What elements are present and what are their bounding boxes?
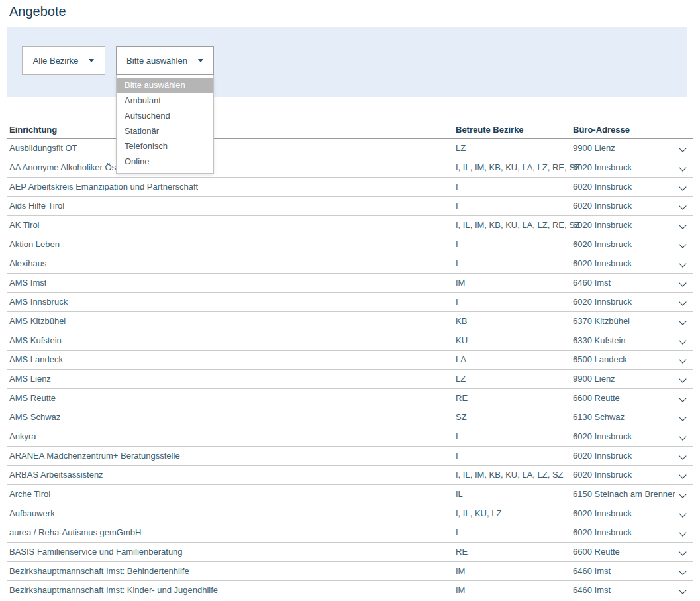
offer-type-select[interactable]: Bitte auswählen bbox=[116, 46, 214, 75]
table-row[interactable]: AMS Kufstein KU 6330 Kufstein bbox=[0, 331, 700, 351]
bezirke-cell: LA bbox=[456, 351, 466, 369]
dropdown-option[interactable]: Telefonisch bbox=[117, 138, 213, 154]
table-row[interactable]: Bezirkshauptmannschaft Imst: Behinderten… bbox=[0, 562, 700, 581]
chevron-down-icon[interactable] bbox=[679, 529, 686, 536]
adresse-cell: 6460 Imst bbox=[573, 562, 611, 580]
chevron-down-icon[interactable] bbox=[679, 298, 686, 305]
table-row[interactable]: AMS Innsbruck I 6020 Innsbruck bbox=[0, 293, 700, 312]
table-row[interactable]: Aids Hilfe Tirol I 6020 Innsbruck bbox=[0, 197, 700, 216]
table-row[interactable]: Bezirkshauptmannschaft Imst: Kinder- und… bbox=[0, 581, 700, 600]
table-row[interactable]: Ausbildungsfit OT LZ 9900 Lienz bbox=[0, 139, 700, 158]
chevron-down-icon[interactable] bbox=[679, 490, 686, 498]
table-row[interactable]: AMS Reutte RE 6600 Reutte bbox=[0, 389, 700, 408]
chevron-down-icon[interactable] bbox=[679, 413, 686, 421]
table-row[interactable]: Aufbauwerk I, IL, KU, LZ 6020 Innsbruck bbox=[0, 504, 700, 523]
adresse-cell: 6460 Imst bbox=[573, 274, 611, 292]
dropdown-option[interactable]: Ambulant bbox=[117, 93, 213, 108]
bezirke-cell: KU bbox=[456, 331, 468, 350]
chevron-down-icon[interactable] bbox=[679, 433, 686, 440]
table-row[interactable]: AMS Landeck LA 6500 Landeck bbox=[0, 351, 700, 370]
adresse-cell: 6130 Schwaz bbox=[573, 408, 625, 427]
table-row[interactable]: Aktion Leben I 6020 Innsbruck bbox=[0, 235, 700, 254]
adresse-cell: 9900 Lienz bbox=[573, 139, 615, 158]
einrichtung-cell: AMS Imst bbox=[9, 274, 46, 292]
chevron-down-icon[interactable] bbox=[679, 375, 686, 382]
table-row[interactable]: BASIS Familienservice und Familienberatu… bbox=[0, 543, 700, 562]
bezirke-cell: IM bbox=[456, 581, 465, 600]
table-row[interactable]: AMS Kitzbühel KB 6370 Kitzbühel bbox=[0, 312, 700, 331]
adresse-cell: 6500 Landeck bbox=[573, 351, 627, 369]
chevron-down-icon[interactable] bbox=[679, 356, 686, 363]
einrichtung-cell: Bezirkshauptmannschaft Imst: Kinder- und… bbox=[9, 581, 218, 600]
table-row[interactable]: aurea / Reha-Autismus gemGmbH I 6020 Inn… bbox=[0, 523, 700, 543]
adresse-cell: 6020 Innsbruck bbox=[573, 254, 632, 273]
adresse-cell: 6020 Innsbruck bbox=[573, 158, 632, 177]
chevron-down-icon[interactable] bbox=[679, 260, 686, 267]
einrichtung-cell: ARANEA Mädchenzentrum+ Beratungsstelle bbox=[9, 447, 180, 465]
table-row[interactable]: AMS Schwaz SZ 6130 Schwaz bbox=[0, 408, 700, 427]
bezirke-cell: I bbox=[456, 178, 458, 196]
table-header-row: Einrichtung Betreute Bezirke Büro-Adress… bbox=[0, 121, 700, 139]
chevron-down-icon[interactable] bbox=[679, 510, 686, 517]
table-row[interactable]: AMS Imst IM 6460 Imst bbox=[0, 274, 700, 293]
einrichtung-cell: AMS Kitzbühel bbox=[9, 312, 66, 331]
einrichtung-cell: Aids Hilfe Tirol bbox=[9, 197, 64, 215]
table-row[interactable]: Alexihaus I 6020 Innsbruck bbox=[0, 254, 700, 274]
dropdown-option[interactable]: Stationär bbox=[117, 123, 213, 138]
chevron-down-icon[interactable] bbox=[679, 567, 686, 574]
table-row[interactable]: ARANEA Mädchenzentrum+ Beratungsstelle I… bbox=[0, 447, 700, 466]
einrichtung-cell: BASIS Familienservice und Familienberatu… bbox=[9, 543, 183, 561]
einrichtung-cell: AMS Innsbruck bbox=[9, 293, 68, 311]
einrichtung-cell: Ausbildungsfit OT bbox=[9, 139, 77, 158]
column-header-buero-adresse: Büro-Adresse bbox=[573, 121, 630, 138]
chevron-down-icon[interactable] bbox=[679, 317, 686, 325]
table-row[interactable]: ARBAS Arbeitsassistenz I, IL, IM, KB, KU… bbox=[0, 466, 700, 485]
chevron-down-icon[interactable] bbox=[679, 279, 686, 286]
chevron-down-icon[interactable] bbox=[679, 202, 686, 209]
bezirke-cell: I bbox=[456, 197, 458, 215]
chevron-down-icon[interactable] bbox=[679, 452, 686, 459]
einrichtung-cell: AK Tirol bbox=[9, 216, 40, 235]
einrichtung-cell: Aufbauwerk bbox=[9, 504, 55, 523]
chevron-down-icon[interactable] bbox=[679, 221, 686, 229]
adresse-cell: 6600 Reutte bbox=[573, 389, 620, 408]
filter-bar: Alle Bezirke Bitte auswählen bbox=[7, 27, 687, 97]
bezirke-cell: RE bbox=[456, 543, 468, 561]
district-select[interactable]: Alle Bezirke bbox=[22, 46, 105, 75]
chevron-down-icon[interactable] bbox=[679, 241, 686, 248]
bezirke-cell: I bbox=[456, 293, 458, 311]
adresse-cell: 6020 Innsbruck bbox=[573, 235, 632, 254]
chevron-down-icon[interactable] bbox=[679, 548, 686, 555]
table-row[interactable]: AA Anonyme Alkoholiker Österreich I, IL,… bbox=[0, 158, 700, 178]
bezirke-cell: I bbox=[456, 235, 458, 254]
adresse-cell: 6020 Innsbruck bbox=[573, 504, 632, 523]
column-header-einrichtung: Einrichtung bbox=[9, 121, 57, 138]
chevron-down-icon[interactable] bbox=[679, 183, 686, 190]
chevron-down-icon[interactable] bbox=[679, 394, 686, 402]
einrichtung-cell: AMS Lienz bbox=[9, 370, 51, 388]
bezirke-cell: IL bbox=[456, 485, 463, 504]
table-row[interactable]: AK Tirol I, IL, IM, KB, KU, LA, LZ, RE, … bbox=[0, 216, 700, 235]
bezirke-cell: RE bbox=[456, 389, 468, 408]
chevron-down-icon[interactable] bbox=[679, 586, 686, 594]
page-title: Angebote bbox=[9, 4, 66, 19]
dropdown-option[interactable]: Aufsuchend bbox=[117, 108, 213, 123]
bezirke-cell: IM bbox=[456, 274, 465, 292]
table-row[interactable]: AMS Lienz LZ 9900 Lienz bbox=[0, 370, 700, 389]
offers-table: Einrichtung Betreute Bezirke Büro-Adress… bbox=[0, 121, 700, 600]
einrichtung-cell: AMS Reutte bbox=[9, 389, 56, 408]
dropdown-option[interactable]: Bitte auswählen bbox=[117, 78, 213, 93]
chevron-down-icon[interactable] bbox=[679, 144, 686, 152]
chevron-down-icon[interactable] bbox=[679, 164, 686, 171]
table-row[interactable]: Arche Tirol IL 6150 Steinach am Brenner bbox=[0, 485, 700, 504]
chevron-down-icon[interactable] bbox=[679, 337, 686, 344]
offer-type-select-value: Bitte auswählen bbox=[126, 56, 187, 66]
bezirke-cell: I bbox=[456, 523, 458, 542]
einrichtung-cell: Aktion Leben bbox=[9, 235, 60, 254]
adresse-cell: 6020 Innsbruck bbox=[573, 466, 632, 484]
adresse-cell: 6020 Innsbruck bbox=[573, 293, 632, 311]
chevron-down-icon[interactable] bbox=[679, 471, 686, 478]
table-row[interactable]: Ankyra I 6020 Innsbruck bbox=[0, 427, 700, 447]
dropdown-option[interactable]: Online bbox=[117, 154, 213, 169]
table-row[interactable]: AEP Arbeitskreis Emanzipation und Partne… bbox=[0, 178, 700, 197]
